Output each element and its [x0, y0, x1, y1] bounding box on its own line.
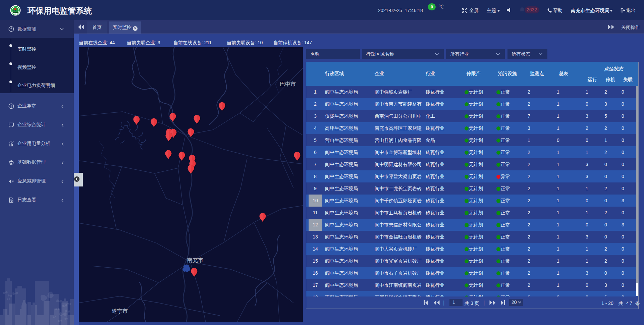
svg-text:南充市: 南充市 — [187, 257, 203, 263]
svg-text:遂宁市: 遂宁市 — [112, 308, 128, 314]
svg-text:巴中市: 巴中市 — [280, 81, 296, 87]
